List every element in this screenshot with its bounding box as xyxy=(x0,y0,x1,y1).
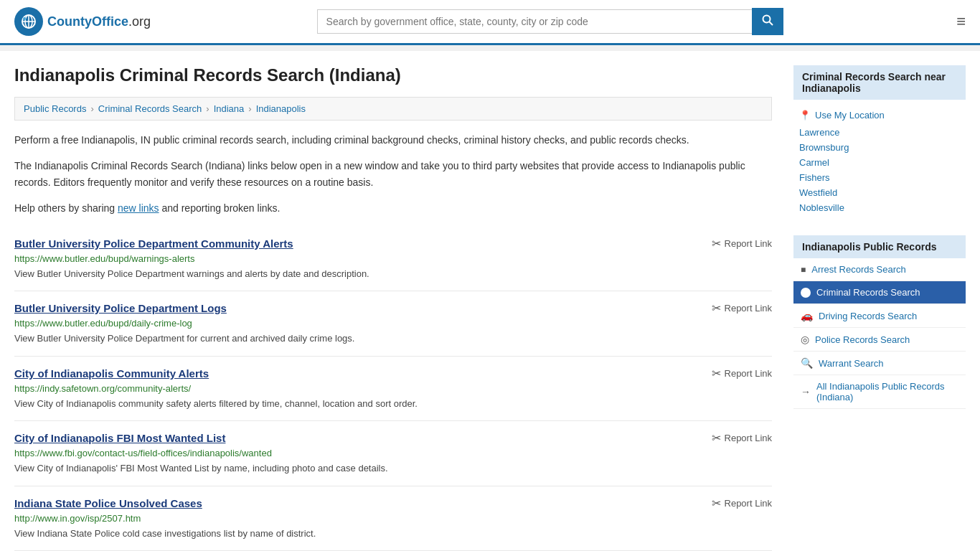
result-card-5: Indiana State Police Unsolved Cases ✂ Re… xyxy=(14,486,772,551)
result-desc-1: View Butler University Police Department… xyxy=(14,267,772,281)
record-label-3: Driving Records Search xyxy=(819,311,917,321)
sub-header-bar xyxy=(0,45,980,51)
description-2: The Indianapolis Criminal Records Search… xyxy=(14,158,772,190)
breadcrumb-indianapolis[interactable]: Indianapolis xyxy=(256,103,306,114)
result-desc-2: View Butler University Police Department… xyxy=(14,331,772,346)
logo[interactable]: CountyOffice.org xyxy=(14,7,151,36)
svg-line-7 xyxy=(769,22,773,26)
result-url-1[interactable]: https://www.butler.edu/bupd/warnings-ale… xyxy=(14,253,772,264)
nearby-place-2[interactable]: Brownsburg xyxy=(793,140,966,155)
breadcrumb-indiana[interactable]: Indiana xyxy=(214,103,245,114)
result-title-3[interactable]: City of Indianapolis Community Alerts xyxy=(14,367,209,380)
report-icon-2: ✂ xyxy=(712,301,721,315)
result-card-2: Butler University Police Department Logs… xyxy=(14,291,772,357)
content-area: Indianapolis Criminal Records Search (In… xyxy=(14,65,772,551)
breadcrumb-public-records[interactable]: Public Records xyxy=(24,103,86,114)
record-icon-1: ■ xyxy=(801,265,806,275)
sidebar-records-list: ■Arrest Records Search!Criminal Records … xyxy=(793,258,966,409)
new-links-link[interactable]: new links xyxy=(118,202,159,214)
record-label-1: Arrest Records Search xyxy=(811,264,906,275)
record-label-4: Police Records Search xyxy=(815,334,910,345)
record-icon-5: 🔍 xyxy=(801,357,813,369)
sidebar-record-link-1[interactable]: ■Arrest Records Search xyxy=(793,258,966,281)
use-my-location[interactable]: 📍 Use My Location xyxy=(793,105,966,125)
report-link-btn-1[interactable]: ✂ Report Link xyxy=(712,237,772,250)
menu-icon[interactable]: ≡ xyxy=(956,12,966,31)
sidebar: Criminal Records Search near Indianapoli… xyxy=(793,65,966,551)
sidebar-record-link-3[interactable]: 🚗Driving Records Search xyxy=(793,304,966,328)
page-title: Indianapolis Criminal Records Search (In… xyxy=(14,65,772,85)
nearby-places-list: LawrenceBrownsburgCarmelFishersWestfield… xyxy=(793,125,966,215)
description-3: Help others by sharing new links and rep… xyxy=(14,200,772,216)
result-desc-3: View City of Indianapolis community safe… xyxy=(14,397,772,411)
sidebar-nearby-title: Criminal Records Search near Indianapoli… xyxy=(793,65,966,100)
record-icon-2: ! xyxy=(801,288,811,298)
report-link-btn-5[interactable]: ✂ Report Link xyxy=(712,496,772,510)
search-input[interactable] xyxy=(317,9,752,34)
site-header: CountyOffice.org ≡ xyxy=(0,0,980,45)
result-url-2[interactable]: https://www.butler.edu/bupd/daily-crime-… xyxy=(14,318,772,329)
result-card-3: City of Indianapolis Community Alerts ✂ … xyxy=(14,357,772,422)
main-container: Indianapolis Criminal Records Search (In… xyxy=(0,51,980,551)
record-icon-6: → xyxy=(801,386,811,397)
description-1: Perform a free Indianapolis, IN public c… xyxy=(14,132,772,148)
sidebar-record-link-5[interactable]: 🔍Warrant Search xyxy=(793,352,966,375)
breadcrumb: Public Records › Criminal Records Search… xyxy=(14,97,772,121)
sidebar-record-link-2[interactable]: !Criminal Records Search xyxy=(793,281,966,304)
report-icon-3: ✂ xyxy=(712,367,721,380)
sidebar-public-records-title: Indianapolis Public Records xyxy=(793,235,966,258)
breadcrumb-criminal-records-search[interactable]: Criminal Records Search xyxy=(98,103,202,114)
record-icon-3: 🚗 xyxy=(801,310,813,321)
search-bar xyxy=(317,8,783,35)
logo-text: CountyOffice.org xyxy=(47,14,151,29)
search-button[interactable] xyxy=(752,8,783,35)
svg-point-6 xyxy=(763,16,770,23)
report-link-btn-3[interactable]: ✂ Report Link xyxy=(712,367,772,380)
result-url-5[interactable]: http://www.in.gov/isp/2507.htm xyxy=(14,513,772,524)
sidebar-nearby-section: Criminal Records Search near Indianapoli… xyxy=(793,65,966,221)
report-icon-4: ✂ xyxy=(712,431,721,445)
nearby-place-3[interactable]: Carmel xyxy=(793,155,966,170)
result-url-4[interactable]: https://www.fbi.gov/contact-us/field-off… xyxy=(14,448,772,458)
svg-point-5 xyxy=(23,17,26,20)
nearby-place-5[interactable]: Westfield xyxy=(793,185,966,200)
record-label-2: Criminal Records Search xyxy=(816,287,920,298)
report-link-btn-4[interactable]: ✂ Report Link xyxy=(712,431,772,445)
result-title-2[interactable]: Butler University Police Department Logs xyxy=(14,302,227,314)
record-icon-4: ◎ xyxy=(801,334,809,345)
result-desc-5: View Indiana State Police cold case inve… xyxy=(14,527,772,541)
logo-icon xyxy=(14,7,43,36)
report-link-btn-2[interactable]: ✂ Report Link xyxy=(712,301,772,315)
result-url-3[interactable]: https://indy.safetown.org/community-aler… xyxy=(14,383,772,394)
record-label-5: Warrant Search xyxy=(819,358,884,369)
sidebar-record-link-4[interactable]: ◎Police Records Search xyxy=(793,328,966,352)
result-card-4: City of Indianapolis FBI Most Wanted Lis… xyxy=(14,421,772,486)
report-icon-1: ✂ xyxy=(712,237,721,250)
result-title-5[interactable]: Indiana State Police Unsolved Cases xyxy=(14,497,202,509)
result-card-1: Butler University Police Department Comm… xyxy=(14,227,772,292)
result-title-4[interactable]: City of Indianapolis FBI Most Wanted Lis… xyxy=(14,432,225,444)
result-title-1[interactable]: Butler University Police Department Comm… xyxy=(14,237,293,250)
nearby-place-6[interactable]: Noblesville xyxy=(793,200,966,215)
results-container: Butler University Police Department Comm… xyxy=(14,227,772,551)
nearby-place-4[interactable]: Fishers xyxy=(793,170,966,185)
sidebar-public-records-section: Indianapolis Public Records ■Arrest Reco… xyxy=(793,235,966,409)
pin-icon: 📍 xyxy=(799,110,811,121)
report-icon-5: ✂ xyxy=(712,496,721,510)
record-label-6: All Indianapolis Public Records (Indiana… xyxy=(816,381,958,402)
sidebar-record-link-6[interactable]: →All Indianapolis Public Records (Indian… xyxy=(793,375,966,409)
result-desc-4: View City of Indianapolis' FBI Most Want… xyxy=(14,461,772,476)
nearby-place-1[interactable]: Lawrence xyxy=(793,125,966,140)
sidebar-nearby-list: 📍 Use My Location LawrenceBrownsburgCarm… xyxy=(793,100,966,221)
